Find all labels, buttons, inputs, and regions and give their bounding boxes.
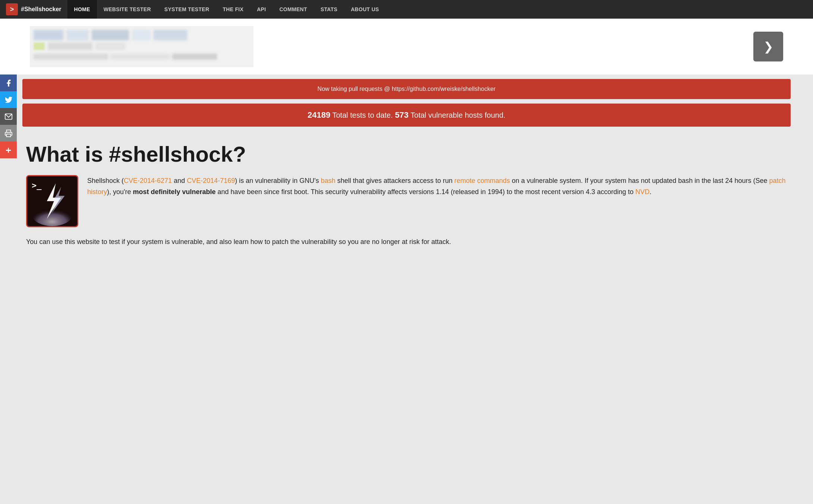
nav-link-stats[interactable]: STATS	[314, 0, 344, 19]
cve2-link[interactable]: CVE-2014-7169	[187, 177, 235, 184]
nav-brand: > #Shellshocker	[0, 3, 67, 15]
paragraph-2: You can use this website to test if your…	[26, 236, 787, 248]
desc-suffix4: ), you're	[107, 188, 133, 196]
nav-item-website-tester[interactable]: WEBSITE TESTER	[97, 0, 158, 19]
remote-commands-link[interactable]: remote commands	[454, 177, 510, 184]
nav-menu: HOME WEBSITE TESTER SYSTEM TESTER THE FI…	[67, 0, 386, 19]
terminal-prompt-icon: >_	[32, 181, 42, 190]
banner-image	[30, 26, 253, 67]
total-vulnerable-count: 573	[395, 110, 409, 120]
nav-link-the-fix[interactable]: THE FIX	[216, 0, 250, 19]
nav-link-home[interactable]: HOME	[67, 0, 97, 19]
print-button[interactable]	[0, 125, 17, 142]
more-button[interactable]: +	[0, 142, 17, 158]
nav-link-api[interactable]: API	[250, 0, 272, 19]
desc-suffix6: .	[650, 188, 652, 196]
description-block: >_ S	[26, 175, 787, 227]
banner-area: ❯	[0, 19, 813, 75]
brand-icon: >	[6, 3, 18, 15]
nav-item-about-us[interactable]: ABOUT US	[344, 0, 386, 19]
nav-item-the-fix[interactable]: THE FIX	[216, 0, 250, 19]
more-icon: +	[6, 145, 11, 155]
page-title: What is #shellshock?	[26, 142, 787, 166]
nav-link-website-tester[interactable]: WEBSITE TESTER	[97, 0, 158, 19]
nav-item-api[interactable]: API	[250, 0, 272, 19]
nav-link-system-tester[interactable]: SYSTEM TESTER	[158, 0, 216, 19]
desc-between: and	[172, 177, 187, 184]
nvd-link[interactable]: NVD	[636, 188, 650, 196]
facebook-button[interactable]	[0, 75, 17, 91]
svg-rect-1	[6, 134, 10, 136]
nav-item-comment[interactable]: COMMENT	[272, 0, 313, 19]
nav-item-system-tester[interactable]: SYSTEM TESTER	[158, 0, 216, 19]
next-arrow-icon: ❯	[763, 39, 773, 54]
desc-suffix3: on a vulnerable system. If your system h…	[510, 177, 769, 184]
pull-request-banner: Now taking pull requests @ https://githu…	[22, 79, 791, 99]
desc-suffix2: shell that gives attackers access to run	[335, 177, 454, 184]
desc-bold: most definitely vulnerable	[133, 188, 215, 196]
cve1-link[interactable]: CVE-2014-6271	[124, 177, 172, 184]
next-button[interactable]: ❯	[753, 32, 783, 61]
total-tests-count: 24189	[308, 110, 330, 120]
nav-item-stats[interactable]: STATS	[314, 0, 344, 19]
desc-suffix1: ) is an vulnerability in GNU's	[235, 177, 321, 184]
nav-link-about-us[interactable]: ABOUT US	[344, 0, 386, 19]
brand-label: #Shellshocker	[21, 6, 62, 13]
social-sidebar: +	[0, 75, 17, 158]
shellshock-icon: >_	[26, 175, 78, 227]
desc-prefix: Shellshock (	[87, 177, 124, 184]
stats-banner: 24189 Total tests to date. 573 Total vul…	[22, 104, 791, 127]
bash-link[interactable]: bash	[321, 177, 335, 184]
nav-link-comment[interactable]: COMMENT	[272, 0, 313, 19]
content-section: What is #shellshock? >_	[0, 131, 813, 262]
desc-suffix5: and have been since first boot. This sec…	[216, 188, 636, 196]
twitter-button[interactable]	[0, 91, 17, 108]
navbar: > #Shellshocker HOME WEBSITE TESTER SYST…	[0, 0, 813, 19]
nav-item-home[interactable]: HOME	[67, 0, 97, 19]
pull-request-text: Now taking pull requests @ https://githu…	[318, 86, 496, 92]
main-content: ❯ Now taking pull requests @ https://git…	[0, 19, 813, 262]
email-button[interactable]	[0, 108, 17, 125]
description-text: Shellshock (CVE-2014-6271 and CVE-2014-7…	[87, 175, 787, 227]
